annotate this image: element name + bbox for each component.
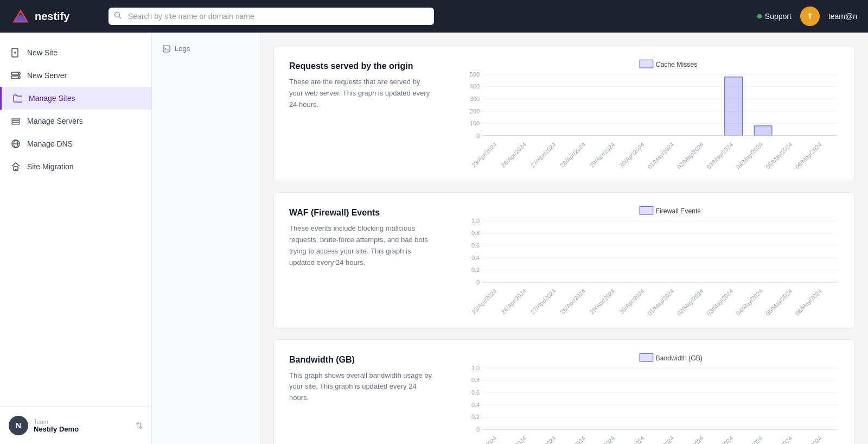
svg-text:03/May/2024: 03/May/2024 bbox=[705, 141, 734, 170]
home-icon bbox=[11, 162, 21, 172]
folder-icon bbox=[12, 93, 22, 103]
svg-text:Bandwidth (GB): Bandwidth (GB) bbox=[656, 354, 703, 361]
svg-rect-19 bbox=[15, 169, 17, 170]
svg-text:0: 0 bbox=[476, 132, 480, 139]
body-wrap: New SiteNew ServerManage SitesManage Ser… bbox=[0, 33, 868, 444]
search-input[interactable] bbox=[108, 8, 434, 25]
svg-text:27/Apr/2024: 27/Apr/2024 bbox=[529, 435, 557, 444]
svg-text:1.0: 1.0 bbox=[471, 218, 480, 224]
svg-text:29/Apr/2024: 29/Apr/2024 bbox=[589, 435, 616, 444]
logo-text: nestify bbox=[35, 10, 69, 23]
svg-text:02/May/2024: 02/May/2024 bbox=[676, 435, 705, 444]
support-label: Support bbox=[765, 12, 792, 21]
svg-text:05/May/2024: 05/May/2024 bbox=[764, 288, 793, 316]
chart-area-requests-origin: Cache Misses500400300200100023/Apr/20242… bbox=[448, 46, 854, 181]
sidebar-item-manage-servers[interactable]: Manage Servers bbox=[0, 110, 151, 132]
chart-card-waf-events: WAF (Firewall) EventsThese events includ… bbox=[273, 192, 855, 328]
svg-text:03/May/2024: 03/May/2024 bbox=[705, 288, 734, 316]
main-content: Requests served by the originThese are t… bbox=[260, 33, 868, 444]
svg-text:30/Apr/2024: 30/Apr/2024 bbox=[618, 288, 646, 315]
svg-text:06/May/2024: 06/May/2024 bbox=[794, 435, 822, 444]
svg-text:04/May/2024: 04/May/2024 bbox=[735, 288, 764, 316]
svg-text:300: 300 bbox=[470, 96, 480, 102]
svg-text:27/Apr/2024: 27/Apr/2024 bbox=[529, 288, 557, 315]
svg-text:Firewall Events: Firewall Events bbox=[656, 207, 701, 215]
chart-svg-bandwidth: Bandwidth (GB)1.00.80.60.40.2023/Apr/202… bbox=[458, 348, 844, 444]
sidebar-item-label-manage-dns: Manage DNS bbox=[27, 139, 73, 148]
svg-text:06/May/2024: 06/May/2024 bbox=[794, 141, 822, 170]
svg-rect-14 bbox=[12, 123, 20, 124]
svg-text:0.6: 0.6 bbox=[471, 389, 480, 396]
svg-text:06/May/2024: 06/May/2024 bbox=[794, 288, 822, 316]
sidebar: New SiteNew ServerManage SitesManage Ser… bbox=[0, 33, 152, 444]
terminal-icon bbox=[163, 45, 170, 53]
svg-text:30/Apr/2024: 30/Apr/2024 bbox=[618, 141, 646, 169]
chart-area-bandwidth: Bandwidth (GB)1.00.80.60.40.2023/Apr/202… bbox=[448, 340, 854, 444]
search-icon bbox=[114, 11, 122, 21]
sidebar-bottom[interactable]: N Team Nestify Demo ⇅ bbox=[0, 407, 151, 444]
svg-text:0.4: 0.4 bbox=[471, 401, 480, 408]
svg-text:29/Apr/2024: 29/Apr/2024 bbox=[589, 288, 616, 315]
svg-text:27/Apr/2024: 27/Apr/2024 bbox=[529, 141, 557, 169]
sidebar-item-manage-dns[interactable]: Manage DNS bbox=[0, 132, 151, 155]
chart-svg-requests-origin: Cache Misses500400300200100023/Apr/20242… bbox=[458, 55, 844, 176]
sidebar-item-label-new-server: New Server bbox=[27, 71, 67, 80]
svg-text:500: 500 bbox=[470, 71, 480, 78]
team-name: Nestify Demo bbox=[34, 425, 130, 433]
sidebar-item-new-site[interactable]: New Site bbox=[0, 41, 151, 64]
logs-label: Logs bbox=[175, 45, 190, 53]
svg-text:26/Apr/2024: 26/Apr/2024 bbox=[500, 141, 527, 169]
support-status-dot bbox=[757, 14, 762, 18]
svg-text:28/Apr/2024: 28/Apr/2024 bbox=[559, 288, 586, 315]
sidebar-item-label-manage-servers: Manage Servers bbox=[27, 117, 83, 125]
sidebar-item-label-manage-sites: Manage Sites bbox=[29, 94, 75, 103]
svg-text:0.8: 0.8 bbox=[471, 377, 480, 383]
svg-text:Cache Misses: Cache Misses bbox=[656, 61, 698, 68]
svg-text:02/May/2024: 02/May/2024 bbox=[676, 141, 705, 170]
svg-text:23/Apr/2024: 23/Apr/2024 bbox=[470, 288, 498, 315]
user-avatar[interactable]: T bbox=[800, 7, 820, 26]
chart-desc-bandwidth: Bandwidth (GB)This graph shows overall b… bbox=[274, 340, 448, 444]
svg-text:30/Apr/2024: 30/Apr/2024 bbox=[618, 435, 646, 444]
chart-title-requests-origin: Requests served by the origin bbox=[289, 61, 432, 71]
logo-area: nestify bbox=[11, 7, 98, 26]
svg-text:28/Apr/2024: 28/Apr/2024 bbox=[559, 435, 586, 444]
svg-text:0: 0 bbox=[476, 426, 480, 432]
svg-text:0.6: 0.6 bbox=[471, 242, 480, 249]
search-bar[interactable] bbox=[108, 8, 434, 25]
svg-text:0.2: 0.2 bbox=[471, 267, 480, 273]
svg-text:26/Apr/2024: 26/Apr/2024 bbox=[500, 435, 527, 444]
svg-text:100: 100 bbox=[470, 120, 480, 126]
chart-title-bandwidth: Bandwidth (GB) bbox=[289, 355, 432, 365]
chart-card-requests-origin: Requests served by the originThese are t… bbox=[273, 46, 855, 181]
sidebar-item-site-migration[interactable]: Site Migration bbox=[0, 155, 151, 178]
svg-point-10 bbox=[18, 73, 19, 74]
sub-item-logs[interactable]: Logs bbox=[152, 39, 260, 58]
svg-text:1.0: 1.0 bbox=[471, 365, 480, 371]
svg-text:400: 400 bbox=[470, 83, 480, 90]
svg-rect-78 bbox=[640, 353, 653, 361]
svg-rect-36 bbox=[725, 77, 743, 136]
sub-panel: Logs bbox=[152, 33, 260, 444]
svg-text:200: 200 bbox=[470, 108, 480, 115]
svg-text:0.4: 0.4 bbox=[471, 255, 480, 261]
chart-title-waf-events: WAF (Firewall) Events bbox=[289, 208, 432, 218]
support-link[interactable]: Support bbox=[757, 12, 792, 21]
chart-area-waf-events: Firewall Events1.00.80.60.40.2023/Apr/20… bbox=[448, 193, 854, 327]
chart-description-bandwidth: This graph shows overall bandwidth usage… bbox=[289, 370, 432, 404]
team-avatar: N bbox=[9, 416, 28, 435]
sidebar-item-manage-sites[interactable]: Manage Sites bbox=[0, 87, 151, 110]
team-email: team@n bbox=[828, 12, 857, 21]
chevron-updown-icon: ⇅ bbox=[136, 421, 143, 431]
header: nestify Support T team@n bbox=[0, 0, 868, 33]
svg-rect-13 bbox=[12, 120, 20, 122]
svg-rect-12 bbox=[12, 118, 20, 120]
svg-text:01/May/2024: 01/May/2024 bbox=[646, 435, 675, 444]
chart-card-bandwidth: Bandwidth (GB)This graph shows overall b… bbox=[273, 339, 855, 444]
svg-rect-37 bbox=[754, 126, 772, 136]
sidebar-item-new-server[interactable]: New Server bbox=[0, 64, 151, 87]
layers-icon bbox=[11, 116, 21, 126]
team-info: Team Nestify Demo bbox=[34, 418, 130, 433]
sidebar-item-label-site-migration: Site Migration bbox=[27, 162, 74, 171]
svg-rect-51 bbox=[640, 207, 653, 215]
